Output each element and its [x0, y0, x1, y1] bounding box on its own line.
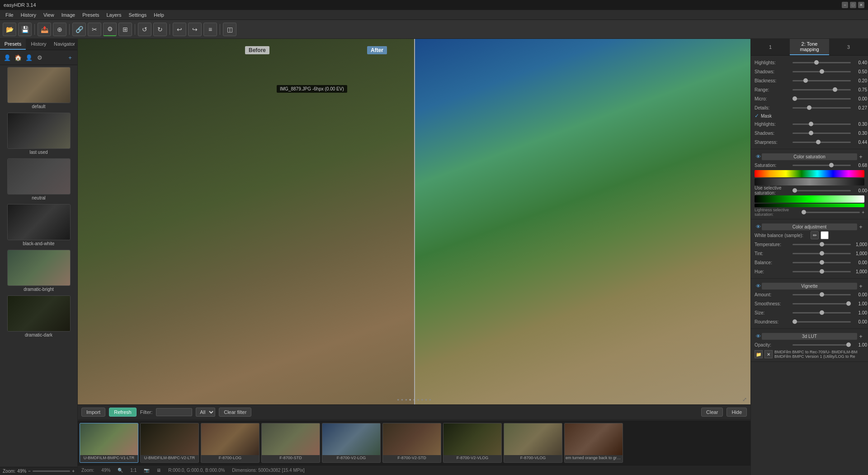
lut-clear-icon[interactable]: ✕: [764, 350, 773, 358]
shadows-slider[interactable]: [793, 71, 851, 72]
open-button[interactable]: 📂: [3, 23, 16, 36]
saturation-slider[interactable]: [793, 165, 851, 166]
vignette-title[interactable]: Vignette: [762, 283, 857, 290]
redo-button[interactable]: ↪: [188, 23, 202, 36]
lut-expand-icon[interactable]: +: [857, 332, 864, 340]
lightness-selective-slider[interactable]: [802, 212, 860, 213]
menu-help[interactable]: Help: [150, 11, 168, 19]
color-adjustment-title[interactable]: Color adjustment: [762, 223, 857, 230]
menu-history[interactable]: History: [17, 11, 40, 19]
vignette-eye-icon[interactable]: 👁: [755, 282, 762, 290]
color-saturation-title[interactable]: Color saturation: [762, 153, 857, 160]
zoom-slider[interactable]: [33, 470, 70, 472]
preset-dramatic-dark[interactable]: dramatic-dark: [2, 295, 75, 337]
zoom-1to1[interactable]: 1:1: [130, 468, 137, 473]
zoom-fit[interactable]: 🔍: [118, 468, 123, 473]
vignette-amount-slider[interactable]: [793, 294, 851, 295]
color-sat-expand-icon[interactable]: +: [857, 153, 864, 160]
lut-eye-icon[interactable]: 👁: [755, 332, 762, 340]
right-tab-2[interactable]: 2: Tone mapping: [790, 39, 829, 55]
zoom-decrease[interactable]: −: [28, 469, 31, 474]
filter-select[interactable]: All: [196, 408, 215, 417]
film-item-5[interactable]: F-8700-V2-LOG: [322, 423, 381, 463]
clear-button[interactable]: Clear: [701, 408, 723, 417]
menu-presets[interactable]: Presets: [79, 11, 103, 19]
preset-icon-home[interactable]: 🏠: [13, 52, 24, 63]
wb-pencil-icon[interactable]: ✏: [811, 231, 819, 239]
rotate-left-button[interactable]: ↺: [138, 23, 151, 36]
range-slider[interactable]: [793, 89, 851, 90]
menu-view[interactable]: View: [40, 11, 58, 19]
canvas-area[interactable]: Before After IMG_8879.JPG -6hpx (0.00 EV…: [78, 39, 750, 404]
color-adj-expand-icon[interactable]: +: [857, 223, 864, 230]
hue-slider[interactable]: [793, 271, 851, 272]
preset-neutral[interactable]: neutral: [2, 158, 75, 200]
details-slider[interactable]: [793, 107, 851, 109]
vignette-expand-icon[interactable]: +: [857, 282, 864, 290]
preset-bw[interactable]: black-and-white: [2, 204, 75, 246]
vignette-size-slider[interactable]: [793, 312, 851, 314]
undo-button[interactable]: ↩: [173, 23, 186, 36]
layers-button[interactable]: ◫: [223, 23, 236, 36]
menu-settings[interactable]: Settings: [125, 11, 151, 19]
lut-load-icon[interactable]: 📁: [755, 350, 763, 358]
import-button[interactable]: Import: [81, 408, 105, 417]
color-sat-eye-icon[interactable]: 👁: [755, 153, 762, 160]
hide-button[interactable]: Hide: [726, 408, 747, 417]
mask-shadows-slider[interactable]: [793, 133, 851, 134]
tab-history[interactable]: History: [26, 39, 52, 50]
tint-slider[interactable]: [793, 253, 851, 254]
preset-icon-user[interactable]: 👤: [2, 52, 13, 63]
right-tab-3[interactable]: 3: [829, 39, 868, 55]
menu-image[interactable]: Image: [58, 11, 79, 19]
vignette-roundness-slider[interactable]: [793, 321, 851, 323]
preset-default[interactable]: default: [2, 67, 75, 109]
align-button[interactable]: ≡: [203, 23, 217, 36]
preset-lastused[interactable]: last used: [2, 113, 75, 155]
film-item-7[interactable]: F-8700-V2-VLOG: [443, 423, 502, 463]
lightness-selective-expand-icon[interactable]: +: [862, 210, 864, 215]
color-adj-eye-icon[interactable]: 👁: [755, 223, 762, 230]
preset-icon-person[interactable]: 👤: [24, 52, 34, 63]
close-button[interactable]: ✕: [858, 2, 864, 8]
clear-filter-button[interactable]: Clear filter: [219, 408, 251, 417]
film-item-8[interactable]: F-8700-VLOG: [504, 423, 562, 463]
maximize-button[interactable]: □: [850, 2, 856, 8]
refresh-button[interactable]: Refresh: [109, 408, 137, 417]
expand-icon[interactable]: ⤢: [742, 396, 747, 403]
tone-button[interactable]: ⚙: [103, 23, 117, 36]
menu-file[interactable]: File: [2, 11, 17, 19]
right-tab-1[interactable]: 1: [751, 39, 790, 55]
filter-input[interactable]: [156, 408, 192, 416]
film-item-4[interactable]: F-8700-STD: [261, 423, 320, 463]
menu-layers[interactable]: Layers: [103, 11, 125, 19]
rotate-right-button[interactable]: ↻: [153, 23, 167, 36]
mask-highlights-slider[interactable]: [793, 124, 851, 125]
film-item-2[interactable]: U-BMDFILM-BMPC-V2-LTR: [140, 423, 199, 463]
lut-opacity-slider[interactable]: [793, 344, 851, 346]
micro-slider[interactable]: [793, 98, 851, 100]
blackness-slider[interactable]: [793, 80, 851, 81]
compare-button[interactable]: ⊞: [118, 23, 132, 36]
film-item-6[interactable]: F-8700-V2-STD: [382, 423, 441, 463]
minimize-button[interactable]: −: [842, 2, 848, 8]
tab-navigator[interactable]: Navigator: [52, 39, 77, 50]
vignette-smoothness-slider[interactable]: [793, 303, 851, 304]
preset-icon-settings[interactable]: ⚙: [34, 52, 45, 63]
temperature-slider[interactable]: [793, 244, 851, 245]
sharpness-slider[interactable]: [793, 142, 851, 143]
use-selective-slider[interactable]: [793, 190, 851, 191]
highlights-slider[interactable]: [793, 62, 851, 63]
split-line[interactable]: [414, 39, 415, 404]
zoom-increase[interactable]: +: [72, 469, 75, 474]
preset-dramatic-bright[interactable]: dramatic-bright: [2, 250, 75, 292]
balance-slider[interactable]: [793, 262, 851, 263]
wb-white-swatch[interactable]: [821, 231, 829, 239]
merge-button[interactable]: 🔗: [72, 23, 86, 36]
lut-title[interactable]: 3d LUT: [762, 333, 857, 340]
tab-presets[interactable]: Presets: [0, 39, 26, 50]
film-item-3[interactable]: F-8700-LOG: [201, 423, 259, 463]
save-button[interactable]: 💾: [18, 23, 32, 36]
film-item-1[interactable]: U-BMDFILM-BMPC-V1-LTR: [80, 423, 138, 463]
export-button[interactable]: 📤: [38, 23, 51, 36]
